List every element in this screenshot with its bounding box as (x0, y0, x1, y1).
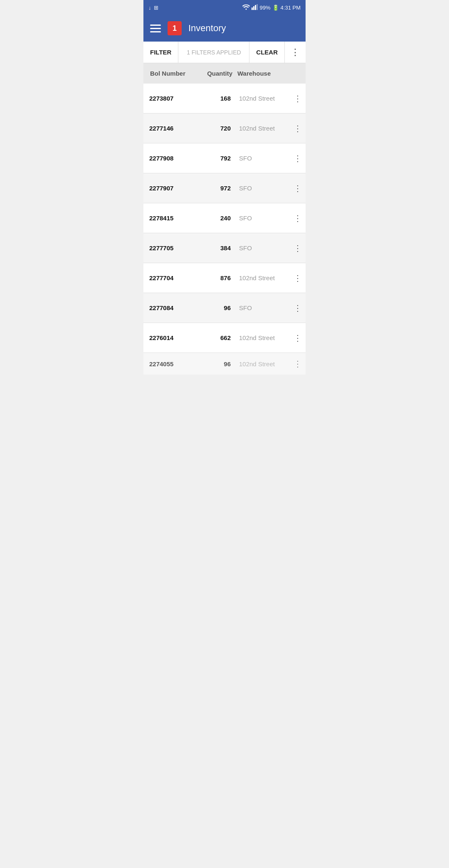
col-header-warehouse: Warehouse (235, 68, 285, 79)
row-menu-button[interactable]: ⋮ (292, 358, 303, 370)
table-row: 2277705 384 SFO ⋮ (143, 233, 306, 263)
bol-number: 2277705 (143, 240, 197, 256)
filters-applied-text: 1 FILTERS APPLIED (178, 49, 249, 56)
app-bar: 1 Inventory (143, 15, 306, 42)
filter-bar: FILTER 1 FILTERS APPLIED CLEAR ⋮ (143, 42, 306, 63)
table-row: 2277908 792 SFO ⋮ (143, 143, 306, 173)
row-actions[interactable]: ⋮ (289, 148, 306, 168)
filter-button[interactable]: FILTER (143, 42, 178, 63)
row-menu-button[interactable]: ⋮ (292, 93, 303, 104)
quantity: 168 (197, 91, 235, 106)
table-row: 2277084 96 SFO ⋮ (143, 293, 306, 323)
time: 4:31 PM (281, 5, 301, 11)
warehouse: SFO (235, 180, 289, 196)
row-menu-button[interactable]: ⋮ (292, 123, 303, 134)
warehouse: 102nd Street (235, 356, 289, 372)
warehouse: SFO (235, 300, 289, 316)
bol-number: 2277908 (143, 150, 197, 166)
row-menu-button[interactable]: ⋮ (292, 153, 303, 164)
bol-number: 2277084 (143, 300, 197, 316)
table-row: 2277907 972 SFO ⋮ (143, 173, 306, 203)
quantity: 96 (197, 300, 235, 316)
row-actions[interactable]: ⋮ (289, 268, 306, 288)
download-icon: ↓ (148, 5, 151, 11)
row-menu-button[interactable]: ⋮ (292, 332, 303, 344)
warehouse: 102nd Street (235, 270, 289, 286)
row-actions[interactable]: ⋮ (289, 89, 306, 108)
quantity: 96 (197, 356, 235, 372)
row-actions[interactable]: ⋮ (289, 328, 306, 348)
svg-rect-2 (255, 5, 256, 10)
row-menu-button[interactable]: ⋮ (292, 242, 303, 254)
warehouse: SFO (235, 240, 289, 256)
row-menu-button[interactable]: ⋮ (292, 302, 303, 314)
col-header-qty: Quantity (197, 68, 235, 79)
warehouse: SFO (235, 210, 289, 226)
app-title: Inventory (188, 23, 226, 34)
menu-button[interactable] (150, 25, 161, 32)
row-actions[interactable]: ⋮ (289, 118, 306, 138)
notification-icon: ⊞ (154, 5, 158, 11)
battery-text: 99% (260, 5, 271, 11)
col-header-actions (285, 68, 301, 79)
bol-number: 2273807 (143, 91, 197, 106)
bol-number: 2277146 (143, 121, 197, 136)
status-bar: ↓ ⊞ 99% 🔋 4:31 PM (143, 0, 306, 15)
table-header: Bol Number Quantity Warehouse (143, 63, 306, 84)
more-options-button[interactable]: ⋮ (285, 42, 306, 63)
status-icons-left: ↓ ⊞ (148, 5, 158, 11)
notification-count: 1 (173, 24, 177, 33)
warehouse: SFO (235, 150, 289, 166)
bol-number: 2278415 (143, 210, 197, 226)
wifi-icon (242, 4, 250, 11)
quantity: 240 (197, 210, 235, 226)
warehouse: 102nd Street (235, 330, 289, 345)
table-body: 2273807 168 102nd Street ⋮ 2277146 720 1… (143, 84, 306, 375)
quantity: 384 (197, 240, 235, 256)
row-menu-button[interactable]: ⋮ (292, 212, 303, 224)
row-actions[interactable]: ⋮ (289, 354, 306, 374)
table-row: 2277704 876 102nd Street ⋮ (143, 263, 306, 293)
bol-number: 2274055 (143, 356, 197, 372)
row-menu-button[interactable]: ⋮ (292, 272, 303, 284)
row-actions[interactable]: ⋮ (289, 298, 306, 318)
row-menu-button[interactable]: ⋮ (292, 182, 303, 194)
col-header-bol: Bol Number (148, 68, 197, 79)
warehouse: 102nd Street (235, 91, 289, 106)
row-actions[interactable]: ⋮ (289, 208, 306, 228)
bol-number: 2276014 (143, 330, 197, 345)
row-actions[interactable]: ⋮ (289, 178, 306, 198)
quantity: 792 (197, 150, 235, 166)
table-row: 2278415 240 SFO ⋮ (143, 203, 306, 233)
quantity: 972 (197, 180, 235, 196)
clear-button[interactable]: CLEAR (249, 42, 285, 63)
signal-icon (252, 4, 258, 11)
warehouse: 102nd Street (235, 121, 289, 136)
svg-rect-1 (253, 6, 254, 10)
quantity: 720 (197, 121, 235, 136)
table-row: 2273807 168 102nd Street ⋮ (143, 84, 306, 113)
bol-number: 2277704 (143, 270, 197, 286)
bol-number: 2277907 (143, 180, 197, 196)
row-actions[interactable]: ⋮ (289, 238, 306, 258)
svg-rect-3 (257, 4, 258, 10)
table-row: 2274055 96 102nd Street ⋮ (143, 353, 306, 375)
vertical-dots-icon: ⋮ (291, 47, 300, 58)
quantity: 876 (197, 270, 235, 286)
status-icons-right: 99% 🔋 4:31 PM (242, 4, 301, 11)
quantity: 662 (197, 330, 235, 345)
table-row: 2276014 662 102nd Street ⋮ (143, 323, 306, 353)
table-row: 2277146 720 102nd Street ⋮ (143, 113, 306, 143)
notification-badge[interactable]: 1 (168, 21, 182, 35)
svg-rect-0 (252, 7, 253, 10)
battery-icon: 🔋 (272, 5, 279, 11)
